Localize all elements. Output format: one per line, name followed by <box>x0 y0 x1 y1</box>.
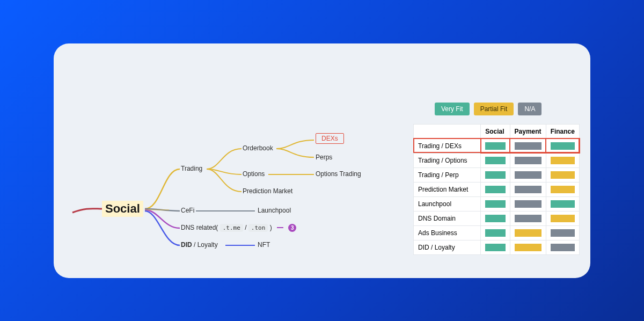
table-row: DNS Domain <box>414 211 580 225</box>
table-row: Launchpool <box>414 196 580 211</box>
fit-cell <box>510 196 546 211</box>
fit-table: Social Payment Finance Trading / DEXsTra… <box>413 124 580 255</box>
fit-cell <box>510 138 546 153</box>
table-row: DID / Loyalty <box>414 240 580 254</box>
fit-cell <box>546 167 579 182</box>
th-blank <box>414 124 481 138</box>
mindmap-root: Social <box>102 201 143 217</box>
node-launchpool: Launchpool <box>258 207 291 214</box>
th-payment: Payment <box>510 124 546 138</box>
node-prediction-market: Prediction Market <box>243 187 292 195</box>
table-row: Prediction Market <box>414 182 580 196</box>
fit-cell <box>546 182 579 196</box>
table-row: Trading / Perp <box>414 167 580 182</box>
fit-cell <box>510 211 546 225</box>
fit-cell <box>546 240 579 254</box>
legend-na: N/A <box>518 103 541 115</box>
row-label: Launchpool <box>414 196 481 211</box>
th-finance: Finance <box>546 124 579 138</box>
row-label: Trading / Options <box>414 153 481 167</box>
fit-cell <box>481 196 510 211</box>
table-header-row: Social Payment Finance <box>414 124 580 138</box>
node-nft: NFT <box>258 241 270 249</box>
fit-cell <box>481 153 510 167</box>
card: Social Trading Orderbook DEXs Perps Opti… <box>54 43 590 278</box>
fit-cell <box>481 182 510 196</box>
fit-cell <box>546 225 579 240</box>
fit-cell <box>546 196 579 211</box>
row-label: Ads Business <box>414 225 481 240</box>
dns-count-badge: 3 <box>288 224 296 232</box>
legend-very-fit: Very Fit <box>435 103 470 115</box>
th-social: Social <box>481 124 510 138</box>
row-label: Trading / Perp <box>414 167 481 182</box>
table-row: Trading / Options <box>414 153 580 167</box>
row-label: Trading / DEXs <box>414 138 481 153</box>
fit-cell <box>546 153 579 167</box>
node-cefi: CeFi <box>181 207 194 214</box>
table-row: Trading / DEXs <box>414 138 580 153</box>
fit-cell <box>510 167 546 182</box>
node-perps: Perps <box>316 154 332 161</box>
legend: Very Fit Partial Fit N/A <box>413 103 590 115</box>
node-options: Options <box>243 170 265 178</box>
fit-cell <box>510 153 546 167</box>
fit-cell <box>546 211 579 225</box>
fit-cell <box>481 240 510 254</box>
fit-cell <box>546 138 579 153</box>
node-trading: Trading <box>181 165 202 172</box>
row-label: DNS Domain <box>414 211 481 225</box>
row-label: DID / Loyalty <box>414 240 481 254</box>
node-dexs: DEXs <box>316 135 344 142</box>
fit-cell <box>510 182 546 196</box>
row-label: Prediction Market <box>414 182 481 196</box>
legend-partial-fit: Partial Fit <box>474 103 514 115</box>
fit-cell <box>481 225 510 240</box>
node-options-trading: Options Trading <box>316 170 361 178</box>
fit-cell <box>481 138 510 153</box>
table-row: Ads Business <box>414 225 580 240</box>
connector-dash-icon <box>277 227 283 228</box>
node-dns: DNS related( .t.me / .ton ) 3 <box>181 224 296 232</box>
node-did: DID / Loyalty <box>181 241 218 249</box>
fit-cell <box>510 225 546 240</box>
fit-cell <box>481 167 510 182</box>
fit-cell <box>510 240 546 254</box>
node-orderbook: Orderbook <box>243 144 273 152</box>
fit-cell <box>481 211 510 225</box>
